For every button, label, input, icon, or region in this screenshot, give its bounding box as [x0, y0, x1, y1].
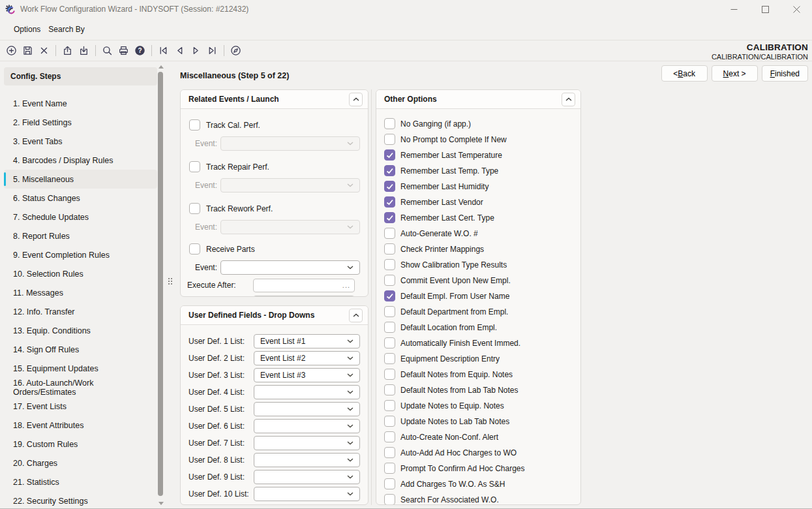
- search-icon[interactable]: [99, 42, 115, 59]
- navigate-icon[interactable]: [228, 42, 244, 59]
- checkbox[interactable]: [384, 369, 395, 380]
- minimize-icon[interactable]: [718, 0, 749, 18]
- add-icon[interactable]: [3, 42, 20, 59]
- back-button[interactable]: < Back: [661, 65, 708, 82]
- checkbox[interactable]: [189, 119, 200, 131]
- last-record-icon[interactable]: [204, 42, 220, 59]
- ellipsis-button[interactable]: ...: [342, 281, 350, 289]
- sidebar-step-item[interactable]: 19. Custom Rules: [4, 435, 157, 454]
- import-icon[interactable]: [76, 42, 92, 59]
- sidebar-step-item[interactable]: 4. Barcodes / Display Rules: [4, 151, 157, 170]
- udf-dropdown[interactable]: [254, 487, 360, 501]
- checkbox[interactable]: [384, 196, 395, 208]
- udf-dropdown[interactable]: Event List #3: [254, 368, 360, 382]
- sidebar-step-item[interactable]: 9. Event Completion Rules: [4, 245, 157, 264]
- sidebar-step-item[interactable]: 5. Miscellaneous: [4, 170, 157, 189]
- checkbox[interactable]: [384, 118, 395, 129]
- checkbox[interactable]: [384, 478, 395, 489]
- sidebar-step-item[interactable]: 7. Schedule Updates: [4, 208, 157, 226]
- checkbox[interactable]: [384, 353, 395, 364]
- checkbox[interactable]: [384, 165, 395, 176]
- sidebar-step-item[interactable]: 1. Event Name: [4, 94, 157, 113]
- checkbox[interactable]: [384, 181, 395, 192]
- save-icon[interactable]: [20, 42, 36, 59]
- next-record-icon[interactable]: [188, 42, 204, 59]
- sidebar-step-item[interactable]: 8. Report Rules: [4, 226, 157, 245]
- export-icon[interactable]: [59, 42, 76, 59]
- sidebar-step-item[interactable]: 3. Event Tabs: [4, 132, 157, 151]
- udf-dropdown[interactable]: [254, 402, 360, 416]
- sidebar-step-item[interactable]: 11. Messages: [4, 283, 157, 302]
- sidebar-step-item[interactable]: 16. Auto-Launch/Work Orders/Estimates: [4, 378, 157, 397]
- sidebar-step-item[interactable]: 12. Info. Transfer: [4, 302, 157, 321]
- checkbox[interactable]: [384, 212, 395, 223]
- collapse-icon[interactable]: [349, 309, 363, 322]
- checkbox[interactable]: [189, 203, 200, 214]
- checkbox[interactable]: [384, 416, 395, 427]
- checkbox[interactable]: [384, 243, 395, 254]
- sidebar-list: 1. Event Name 2. Field Settings 3. Event…: [0, 94, 166, 509]
- column-divider: [371, 89, 372, 505]
- sidebar-step-item[interactable]: 6. Status Changes: [4, 189, 157, 208]
- collapse-icon[interactable]: [562, 93, 575, 106]
- checkbox[interactable]: [384, 337, 395, 348]
- udf-dropdown[interactable]: [254, 419, 360, 433]
- help-icon[interactable]: ?: [132, 42, 148, 59]
- checkbox[interactable]: [384, 306, 395, 317]
- checkbox[interactable]: [384, 259, 395, 270]
- checkbox[interactable]: [384, 463, 395, 474]
- scroll-down-icon[interactable]: [158, 502, 164, 505]
- checkbox[interactable]: [384, 384, 395, 395]
- checkbox[interactable]: [384, 494, 395, 505]
- print-icon[interactable]: [115, 42, 132, 59]
- splitter-grip-icon[interactable]: [168, 278, 172, 285]
- sidebar-step-item[interactable]: 15. Equipment Updates: [4, 359, 157, 378]
- checkbox[interactable]: [189, 161, 200, 172]
- checkbox[interactable]: [384, 275, 395, 286]
- checkbox[interactable]: [384, 134, 395, 145]
- sidebar-step-item[interactable]: 18. Event Attributes: [4, 416, 157, 435]
- track-check-row: Track Repair Perf.: [181, 161, 368, 172]
- other-options-panel: Other Options No Ganging (if app.): [376, 89, 581, 505]
- sidebar-step-label: 15. Equipment Updates: [13, 364, 98, 373]
- sidebar-step-item[interactable]: 22. Security Settings: [4, 491, 157, 509]
- checkbox[interactable]: [384, 290, 395, 301]
- menu-options[interactable]: Options: [14, 22, 40, 37]
- previous-record-icon[interactable]: [172, 42, 188, 59]
- checkbox[interactable]: [384, 149, 395, 161]
- sidebar-step-item[interactable]: 17. Event Lists: [4, 397, 157, 416]
- udf-dropdown[interactable]: [254, 385, 360, 399]
- execute-after-field[interactable]: ...: [253, 279, 355, 292]
- udf-dropdown[interactable]: [254, 470, 360, 484]
- checkbox[interactable]: [384, 447, 395, 458]
- sidebar-step-item[interactable]: 14. Sign Off Rules: [4, 340, 157, 359]
- udf-dropdown[interactable]: Event List #1: [254, 334, 360, 348]
- execute-before-field[interactable]: ...: [253, 296, 355, 298]
- sidebar-step-item[interactable]: 21. Statistics: [4, 472, 157, 491]
- checkbox[interactable]: [384, 228, 395, 239]
- udf-dropdown[interactable]: [254, 453, 360, 467]
- collapse-icon[interactable]: [349, 93, 363, 106]
- scroll-up-icon[interactable]: [158, 65, 164, 69]
- sidebar-step-item[interactable]: 10. Selection Rules: [4, 264, 157, 283]
- udf-dropdown[interactable]: Event List #2: [254, 351, 360, 365]
- udf-dropdown[interactable]: [254, 436, 360, 450]
- sidebar-step-item[interactable]: 13. Equip. Conditions: [4, 321, 157, 340]
- first-record-icon[interactable]: [155, 42, 172, 59]
- scrollbar-thumb[interactable]: [158, 72, 163, 496]
- sidebar-step-item[interactable]: 20. Charges: [4, 454, 157, 472]
- checkbox[interactable]: [384, 431, 395, 442]
- checkbox[interactable]: [384, 322, 395, 333]
- finished-button[interactable]: Finished: [762, 65, 808, 82]
- delete-icon[interactable]: [36, 42, 52, 59]
- close-icon[interactable]: [781, 0, 812, 18]
- sidebar-step-item[interactable]: 2. Field Settings: [4, 113, 157, 132]
- menu-search-by[interactable]: Search By: [48, 22, 84, 37]
- event-dropdown[interactable]: [220, 260, 360, 275]
- checkbox[interactable]: [384, 400, 395, 411]
- maximize-icon[interactable]: [749, 0, 781, 18]
- event-row: Event:: [181, 178, 368, 193]
- checkbox[interactable]: [189, 243, 200, 254]
- checkbox-label: Remember Last Cert. Type: [400, 213, 494, 223]
- next-button[interactable]: Next >: [712, 65, 758, 82]
